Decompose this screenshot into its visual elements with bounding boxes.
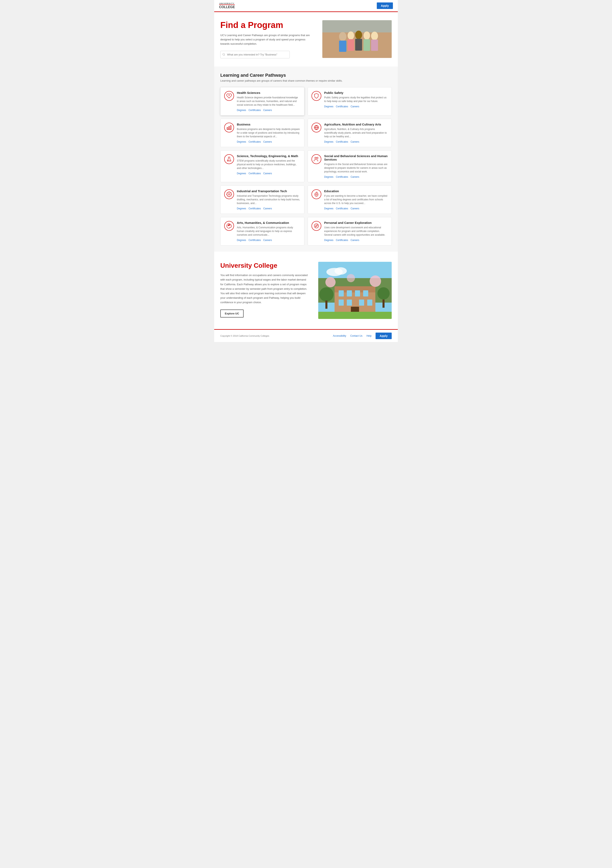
pathway-icon-flask [224,154,234,164]
svg-point-24 [315,193,318,197]
pathway-link-certificates[interactable]: Certificates [248,172,261,175]
footer-link-help[interactable]: Help [366,335,372,337]
pathway-link-degrees[interactable]: Degrees [324,140,333,143]
pathway-link-certificates[interactable]: Certificates [336,175,348,178]
svg-point-51 [325,277,336,287]
pathway-link-certificates[interactable]: Certificates [336,140,348,143]
explore-uc-button[interactable]: Explore UC [220,310,243,318]
pathway-card-business[interactable]: BusinessBusiness programs are designed t… [220,119,304,147]
pathway-link-degrees[interactable]: Degrees [237,172,246,175]
svg-point-11 [364,31,370,40]
pathways-grid: Health SciencesHealth Science degrees pr… [220,87,392,245]
footer-apply-button[interactable]: Apply [376,333,392,339]
footer-copyright: Copyright © 2018 California Community Co… [220,335,269,337]
pathway-link-degrees[interactable]: Degrees [237,207,246,210]
pathway-link-careers[interactable]: Careers [263,109,272,112]
pathway-links: DegreesCertificatesCareers [324,175,388,178]
pathway-link-degrees[interactable]: Degrees [324,239,333,242]
svg-point-27 [228,225,229,225]
pathway-link-certificates[interactable]: Certificates [248,207,261,210]
pathway-link-careers[interactable]: Careers [350,140,359,143]
pathway-desc: Arts, Humanities, & Communication progra… [237,226,301,237]
pathway-card-personal[interactable]: Personal and Career ExplorationUses core… [308,217,392,245]
pathway-icon-chart [224,122,234,132]
pathway-link-careers[interactable]: Careers [263,207,272,210]
pathway-name: Personal and Career Exploration [324,221,388,225]
pathway-link-degrees[interactable]: Degrees [324,175,333,178]
pathway-link-careers[interactable]: Careers [350,239,359,242]
pathway-link-certificates[interactable]: Certificates [248,239,261,242]
pathway-card-social[interactable]: Social and Behavioral Sciences and Human… [308,150,392,182]
pathway-link-degrees[interactable]: Degrees [237,140,246,143]
pathway-link-careers[interactable]: Careers [263,140,272,143]
header: UNIVERSITY COLLEGE Apply [214,0,398,12]
pathway-link-careers[interactable]: Careers [350,105,359,108]
svg-point-53 [347,274,355,282]
svg-point-28 [229,225,230,226]
pathway-content-education: EducationIf you are wanting to become a … [324,189,388,210]
pathway-name: Education [324,189,388,193]
pathway-desc: If you are wanting to become a teacher, … [324,194,388,205]
pathway-icon-people [311,154,321,164]
pathway-card-arts[interactable]: Arts, Humanities, & CommunicationArts, H… [220,217,304,245]
pathway-card-stem[interactable]: Science, Technology, Engineering, & Math… [220,150,304,182]
pathway-link-careers[interactable]: Careers [263,172,272,175]
pathway-link-careers[interactable]: Careers [263,239,272,242]
logo-top: UNIVERSITY [220,2,235,5]
pathway-icon-shield [311,91,321,101]
pathway-link-careers[interactable]: Careers [350,175,359,178]
footer-link-contact[interactable]: Contact Us [350,335,362,337]
footer-link-accessibility[interactable]: Accessibility [333,335,346,337]
pathway-link-careers[interactable]: Careers [350,207,359,210]
svg-rect-6 [339,40,346,52]
pathway-link-certificates[interactable]: Certificates [248,109,261,112]
pathway-link-certificates[interactable]: Certificates [336,105,348,108]
pathway-links: DegreesCertificatesCareers [237,140,301,143]
svg-point-33 [335,267,347,274]
pathway-card-education[interactable]: EducationIf you are wanting to become a … [308,186,392,214]
svg-point-7 [348,31,354,40]
pathway-content-stem: Science, Technology, Engineering, & Math… [237,154,301,175]
search-input[interactable] [220,51,290,58]
pathway-content-business: BusinessBusiness programs are designed t… [237,122,301,143]
pathway-content-health-sciences: Health SciencesHealth Science degrees pr… [237,91,301,112]
pathway-card-health-sciences[interactable]: Health SciencesHealth Science degrees pr… [220,87,304,115]
pathway-links: DegreesCertificatesCareers [237,109,301,112]
svg-rect-10 [355,39,362,51]
pathway-name: Agriculture, Nutrition and Culinary Arts [324,122,388,126]
pathway-name: Social and Behavioral Sciences and Human… [324,154,388,161]
pathway-name: Arts, Humanities, & Communication [237,221,301,225]
pathway-link-degrees[interactable]: Degrees [237,239,246,242]
pathway-link-degrees[interactable]: Degrees [324,105,333,108]
pathway-card-agriculture[interactable]: Agriculture, Nutrition and Culinary Arts… [308,119,392,147]
svg-point-26 [228,225,229,226]
svg-rect-42 [347,299,352,306]
pathway-desc: Health Science degrees provide foundatio… [237,96,301,107]
svg-point-5 [339,32,346,41]
pathway-name: Business [237,122,301,126]
svg-rect-43 [359,299,364,306]
pathway-link-certificates[interactable]: Certificates [336,239,348,242]
pathway-link-certificates[interactable]: Certificates [248,140,261,143]
svg-rect-48 [325,301,327,309]
pathway-link-degrees[interactable]: Degrees [237,109,246,112]
pathway-desc: Public Safety programs study the legalit… [324,96,388,103]
pathway-desc: Agriculture, Nutrition, & Culinary Arts … [324,127,388,138]
pathway-icon-palette [224,221,234,231]
pathway-link-degrees[interactable]: Degrees [324,207,333,210]
hero-section: Find a Program UC's Learning and Career … [214,12,398,67]
pathway-card-public-safety[interactable]: Public SafetyPublic Safety programs stud… [308,87,392,115]
svg-rect-17 [230,126,231,130]
search-container [220,51,315,58]
logo-bottom: COLLEGE [219,5,235,9]
svg-point-29 [315,224,319,228]
hero-text: Find a Program UC's Learning and Career … [220,20,315,58]
header-apply-button[interactable]: Apply [377,2,393,9]
pathway-content-personal: Personal and Career ExplorationUses core… [324,221,388,242]
svg-point-22 [317,157,318,159]
pathway-card-industrial[interactable]: Industrial and Transportation TechIndust… [220,186,304,214]
svg-rect-44 [367,299,372,306]
hero-title: Find a Program [220,20,315,30]
pathway-link-certificates[interactable]: Certificates [336,207,348,210]
svg-point-52 [370,276,381,287]
